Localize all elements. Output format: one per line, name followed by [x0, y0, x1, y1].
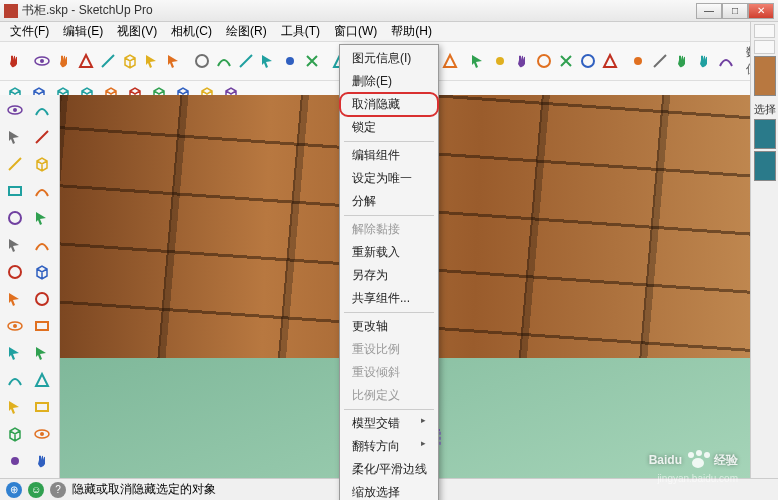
geo-icon[interactable]: ⊕	[6, 482, 22, 498]
poly-tool[interactable]	[2, 259, 28, 285]
help-icon[interactable]: ?	[50, 482, 66, 498]
offset-button[interactable]	[258, 50, 278, 72]
svg-point-16	[9, 266, 21, 278]
free-tool[interactable]	[29, 151, 55, 177]
rect-button[interactable]	[98, 50, 118, 72]
rect-tool[interactable]	[2, 178, 28, 204]
zoom-button[interactable]	[468, 50, 488, 72]
material-swatch[interactable]	[754, 56, 776, 96]
context-menu-item[interactable]: 另存为	[340, 264, 438, 287]
svg-point-1	[40, 59, 44, 63]
minimize-button[interactable]: —	[696, 3, 722, 19]
tape-tool[interactable]	[2, 367, 28, 393]
menu-window[interactable]: 窗口(W)	[328, 21, 383, 42]
material-swatch[interactable]	[754, 119, 776, 149]
layers-button[interactable]	[672, 50, 692, 72]
scale-tool[interactable]	[29, 340, 55, 366]
context-menu-item[interactable]: 重新载入	[340, 241, 438, 264]
select-button[interactable]	[4, 50, 24, 72]
tray-tab-layers[interactable]: 图层	[754, 24, 775, 38]
menu-help[interactable]: 帮助(H)	[385, 21, 438, 42]
prev-button[interactable]	[512, 50, 532, 72]
text-tool[interactable]	[29, 394, 55, 420]
select-tool[interactable]	[2, 97, 28, 123]
line-button[interactable]	[54, 50, 74, 72]
circle-tool[interactable]	[2, 205, 28, 231]
menu-draw[interactable]: 绘图(R)	[220, 21, 273, 42]
context-menu-item[interactable]: 共享组件...	[340, 287, 438, 310]
protractor-button[interactable]	[302, 50, 322, 72]
position-button[interactable]	[556, 50, 576, 72]
context-menu-item[interactable]: 编辑组件	[340, 144, 438, 167]
sandbox-button[interactable]	[628, 50, 648, 72]
rotate-button[interactable]	[214, 50, 234, 72]
paint-tool[interactable]	[2, 124, 28, 150]
title-bar: 书柜.skp - SketchUp Pro — □ ✕	[0, 0, 778, 22]
push-tool[interactable]	[2, 286, 28, 312]
poly-button[interactable]	[142, 50, 162, 72]
pan-tool[interactable]	[29, 448, 55, 474]
offset-tool[interactable]	[2, 313, 28, 339]
context-menu-item[interactable]: 图元信息(I)	[340, 47, 438, 70]
menu-camera[interactable]: 相机(C)	[165, 21, 218, 42]
look-button[interactable]	[600, 50, 620, 72]
scale-button[interactable]	[236, 50, 256, 72]
tape-button[interactable]	[280, 50, 300, 72]
maximize-button[interactable]: □	[722, 3, 748, 19]
eraser-tool[interactable]	[29, 97, 55, 123]
section-tool[interactable]	[29, 421, 55, 447]
context-menu-item[interactable]: 设定为唯一	[340, 167, 438, 190]
rrect-tool[interactable]	[29, 178, 55, 204]
menu-tools[interactable]: 工具(T)	[275, 21, 326, 42]
close-button[interactable]: ✕	[748, 3, 774, 19]
axes-tool[interactable]	[2, 421, 28, 447]
menu-file[interactable]: 文件(F)	[4, 21, 55, 42]
context-menu-item[interactable]: 模型交错	[340, 412, 438, 435]
rotate-tool[interactable]	[2, 340, 28, 366]
credits-icon[interactable]: ☺	[28, 482, 44, 498]
next-button[interactable]	[534, 50, 554, 72]
pie-tool[interactable]	[29, 232, 55, 258]
follow-tool[interactable]	[29, 286, 55, 312]
line-tool[interactable]	[2, 151, 28, 177]
context-menu-item[interactable]: 更改轴	[340, 315, 438, 338]
walk-button[interactable]	[578, 50, 598, 72]
context-menu-item[interactable]: 翻转方向	[340, 435, 438, 458]
context-menu-item[interactable]: 缩放选择	[340, 481, 438, 500]
move-tool[interactable]	[29, 313, 55, 339]
svg-rect-20	[36, 322, 48, 330]
menu-bar: 文件(F) 编辑(E) 视图(V) 相机(C) 绘图(R) 工具(T) 窗口(W…	[0, 22, 778, 42]
3dtext-tool[interactable]	[29, 259, 55, 285]
tray-panel: 图层 材料 选择	[750, 22, 778, 478]
svg-point-8	[496, 57, 504, 65]
pushpull-button[interactable]	[164, 50, 184, 72]
protract-tool[interactable]	[2, 394, 28, 420]
freehand-button[interactable]	[76, 50, 96, 72]
zoomext-button[interactable]	[490, 50, 510, 72]
material-swatch[interactable]	[754, 151, 776, 181]
eraser-button[interactable]	[32, 50, 52, 72]
fog-button[interactable]	[716, 50, 736, 72]
dim-tool[interactable]	[29, 367, 55, 393]
menu-edit[interactable]: 编辑(E)	[57, 21, 109, 42]
arc2-tool[interactable]	[2, 232, 28, 258]
context-menu-item[interactable]: 锁定	[340, 116, 438, 139]
circle-button[interactable]	[120, 50, 140, 72]
style-button[interactable]	[650, 50, 670, 72]
shadows-button[interactable]	[694, 50, 714, 72]
svg-point-10	[582, 55, 594, 67]
menu-view[interactable]: 视图(V)	[111, 21, 163, 42]
arc-tool[interactable]	[29, 205, 55, 231]
context-menu-item[interactable]: 取消隐藏	[340, 93, 438, 116]
context-menu-item[interactable]: 删除(E)	[340, 70, 438, 93]
orbit-button[interactable]	[440, 50, 460, 72]
context-menu-item[interactable]: 柔化/平滑边线	[340, 458, 438, 481]
move-button[interactable]	[192, 50, 212, 72]
svg-point-2	[196, 55, 208, 67]
orbit-tool[interactable]	[2, 448, 28, 474]
brush-tool[interactable]	[29, 124, 55, 150]
tray-tab-materials[interactable]: 材料	[754, 40, 775, 54]
svg-point-19	[13, 324, 17, 328]
watermark-suffix: 经验	[714, 452, 738, 469]
context-menu-item[interactable]: 分解	[340, 190, 438, 213]
